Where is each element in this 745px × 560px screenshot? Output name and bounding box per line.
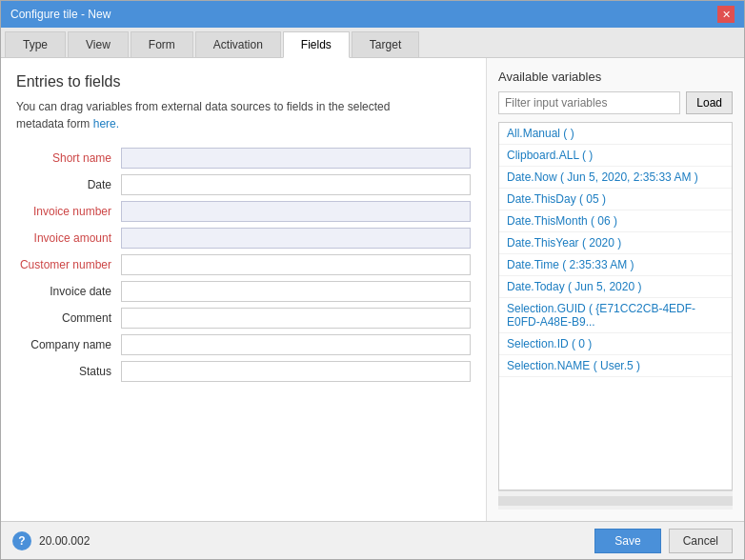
label-status: Status — [16, 365, 121, 378]
var-item-date-thisday[interactable]: Date.ThisDay ( 05 ) — [499, 189, 732, 210]
field-row-status: Status — [16, 361, 471, 382]
input-status[interactable] — [121, 361, 471, 382]
var-item-date-time[interactable]: Date.Time ( 2:35:33 AM ) — [499, 254, 732, 276]
version-text: 20.00.002 — [39, 534, 90, 548]
label-short-name: Short name — [16, 151, 121, 165]
input-short-name[interactable] — [121, 148, 471, 169]
load-button[interactable]: Load — [686, 91, 733, 114]
label-date: Date — [16, 178, 121, 191]
title-bar: Configure tile - New ✕ — [1, 1, 744, 28]
field-row-customer-number: Customer number — [16, 254, 471, 275]
tabs-bar: Type View Form Activation Fields Target — [1, 28, 744, 58]
content-area: Entries to fields You can drag variables… — [1, 58, 744, 521]
field-row-short-name: Short name — [16, 148, 471, 169]
footer: ? 20.00.002 Save Cancel — [1, 521, 744, 559]
variable-list: All.Manual ( ) Clipboard.ALL ( ) Date.No… — [498, 122, 733, 490]
var-item-date-thisyear[interactable]: Date.ThisYear ( 2020 ) — [499, 232, 732, 254]
cancel-button[interactable]: Cancel — [669, 529, 733, 553]
form-fields: Short name Date Invoice number Invoice a… — [16, 148, 471, 382]
var-scrollbar-area — [498, 490, 733, 510]
input-invoice-number[interactable] — [121, 201, 471, 222]
tab-view[interactable]: View — [68, 31, 129, 57]
filter-row: Load — [498, 91, 733, 114]
field-row-date: Date — [16, 174, 471, 195]
field-row-invoice-amount: Invoice amount — [16, 228, 471, 249]
filter-input[interactable] — [498, 91, 680, 114]
input-comment[interactable] — [121, 308, 471, 329]
tab-type[interactable]: Type — [5, 31, 66, 57]
desc-text-2: metadata form — [16, 117, 93, 130]
panel-description: You can drag variables from external dat… — [16, 98, 471, 132]
var-item-selection-guid[interactable]: Selection.GUID ( {E71CC2CB-4EDF-E0FD-A48… — [499, 298, 732, 333]
label-comment: Comment — [16, 311, 121, 325]
configure-tile-window: Configure tile - New ✕ Type View Form Ac… — [0, 0, 745, 560]
var-item-selection-name[interactable]: Selection.NAME ( User.5 ) — [499, 355, 732, 377]
horizontal-scrollbar[interactable] — [498, 496, 733, 506]
input-invoice-date[interactable] — [121, 281, 471, 302]
save-button[interactable]: Save — [594, 529, 660, 553]
input-customer-number[interactable] — [121, 254, 471, 275]
field-row-company-name: Company name — [16, 334, 471, 355]
field-row-invoice-date: Invoice date — [16, 281, 471, 302]
input-invoice-amount[interactable] — [121, 228, 471, 249]
footer-right: Save Cancel — [594, 529, 733, 553]
var-item-all-manual[interactable]: All.Manual ( ) — [499, 123, 732, 145]
label-company-name: Company name — [16, 338, 121, 351]
label-customer-number: Customer number — [16, 258, 121, 271]
tab-form[interactable]: Form — [131, 31, 193, 57]
input-date[interactable] — [121, 174, 471, 195]
var-panel-title: Available variables — [498, 70, 733, 84]
var-item-date-now[interactable]: Date.Now ( Jun 5, 2020, 2:35:33 AM ) — [499, 167, 732, 189]
field-row-invoice-number: Invoice number — [16, 201, 471, 222]
window-title: Configure tile - New — [10, 8, 111, 21]
field-row-comment: Comment — [16, 308, 471, 329]
close-button[interactable]: ✕ — [717, 6, 735, 23]
var-item-selection-id[interactable]: Selection.ID ( 0 ) — [499, 333, 732, 355]
left-panel: Entries to fields You can drag variables… — [1, 58, 487, 521]
desc-link[interactable]: here. — [93, 117, 119, 130]
right-panel: Available variables Load All.Manual ( ) … — [487, 58, 744, 521]
desc-text-1: You can drag variables from external dat… — [16, 100, 390, 113]
var-item-date-today[interactable]: Date.Today ( Jun 5, 2020 ) — [499, 276, 732, 298]
var-item-clipboard-all[interactable]: Clipboard.ALL ( ) — [499, 145, 732, 167]
label-invoice-number: Invoice number — [16, 205, 121, 218]
help-icon[interactable]: ? — [12, 531, 31, 550]
label-invoice-date: Invoice date — [16, 285, 121, 298]
panel-title: Entries to fields — [16, 73, 471, 90]
footer-left: ? 20.00.002 — [12, 531, 90, 550]
tab-activation[interactable]: Activation — [195, 31, 281, 57]
tab-target[interactable]: Target — [352, 31, 419, 57]
tab-fields[interactable]: Fields — [283, 31, 350, 58]
var-item-date-thismonth[interactable]: Date.ThisMonth ( 06 ) — [499, 210, 732, 232]
label-invoice-amount: Invoice amount — [16, 231, 121, 245]
input-company-name[interactable] — [121, 334, 471, 355]
